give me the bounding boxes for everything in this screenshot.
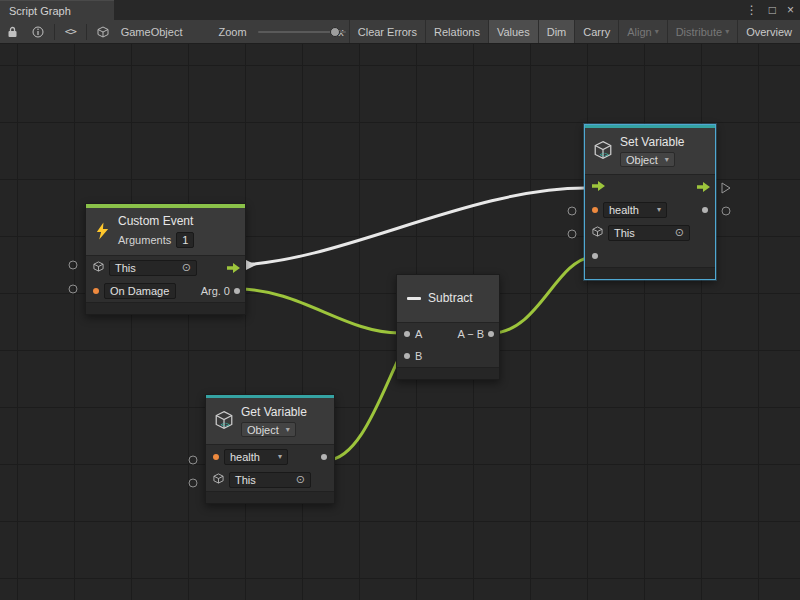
port-row-this: This ⊙: [86, 256, 245, 279]
port-row-value: [585, 244, 715, 267]
cube-icon: [213, 473, 224, 486]
cube-icon: [592, 226, 603, 239]
variable-name-dropdown[interactable]: health ▾: [603, 202, 667, 218]
scope-value: Object: [626, 154, 658, 166]
subtract-icon: [407, 297, 421, 300]
port-row-b: B: [397, 345, 499, 367]
node-title: Custom Event: [118, 214, 194, 229]
port-row-this: This ⊙: [206, 468, 334, 491]
variable-scope-dropdown[interactable]: Object ▾: [241, 422, 296, 437]
toolbar-separator: [54, 24, 55, 40]
code-icon[interactable]: <>: [58, 20, 83, 43]
zoom-label: Zoom: [213, 26, 251, 38]
this-object-field[interactable]: This ⊙: [608, 225, 690, 241]
zoom-slider[interactable]: [258, 20, 322, 44]
node-footer: [206, 491, 334, 503]
node-title: Get Variable: [241, 405, 307, 420]
values-button[interactable]: Values: [488, 20, 538, 43]
target-picker-icon[interactable]: ⊙: [296, 474, 305, 485]
arguments-label: Arguments: [118, 231, 171, 249]
node-subtract[interactable]: Subtract A A − B B: [396, 274, 500, 380]
node-footer: [86, 302, 245, 314]
carry-button[interactable]: Carry: [574, 20, 618, 43]
node-footer: [585, 267, 715, 279]
flow-output-arrow[interactable]: [697, 182, 710, 192]
input-b-port[interactable]: [404, 353, 410, 359]
input-a-port[interactable]: [404, 331, 410, 337]
chevron-down-icon: ▾: [657, 206, 661, 214]
scope-value: Object: [247, 424, 279, 436]
window-tab-bar: Script Graph ⋮ □ ×: [0, 0, 800, 20]
variable-scope-dropdown[interactable]: Object ▾: [620, 152, 675, 167]
port-row-event: On Damage Arg. 0: [86, 279, 245, 302]
variable-name-dropdown[interactable]: health ▾: [224, 449, 288, 465]
chevron-down-icon: ▾: [278, 453, 282, 461]
align-label: Align: [627, 26, 651, 38]
window-menu-icon[interactable]: ⋮: [746, 3, 758, 17]
input-b-label: B: [415, 350, 422, 362]
info-icon[interactable]: [25, 20, 51, 43]
cube-icon: [93, 261, 104, 274]
port-row-this: This ⊙: [585, 221, 715, 244]
this-value: This: [614, 227, 635, 239]
target-picker-icon[interactable]: ⊙: [182, 262, 191, 273]
event-name: On Damage: [110, 285, 169, 297]
node-get-variable[interactable]: <> Get Variable Object ▾ health ▾ This ⊙: [205, 394, 335, 504]
distribute-label: Distribute: [676, 26, 722, 38]
chevron-down-icon: ▾: [665, 156, 669, 164]
unity-script-graph-window: { "window": { "tab": "Script Graph", "me…: [0, 0, 800, 600]
node-set-variable[interactable]: <> Set Variable Object ▾ health ▾ Thi: [584, 124, 716, 280]
toolbar-separator: [86, 24, 87, 40]
chevron-down-icon: ▾: [655, 27, 659, 36]
flow-output-arrow[interactable]: [227, 263, 240, 273]
lightning-icon: [94, 221, 111, 243]
variable-name: health: [230, 451, 260, 463]
variable-cube-icon: <>: [593, 140, 613, 162]
gameobject-icon: [90, 20, 116, 43]
svg-text:<>: <>: [221, 420, 231, 429]
this-object-field[interactable]: This ⊙: [229, 472, 311, 488]
node-title: Set Variable: [620, 135, 684, 150]
event-name-field[interactable]: On Damage: [104, 283, 176, 299]
relations-button[interactable]: Relations: [425, 20, 488, 43]
clear-errors-button[interactable]: Clear Errors: [349, 20, 425, 43]
value-output-port[interactable]: [702, 207, 708, 213]
target-picker-icon[interactable]: ⊙: [675, 227, 684, 238]
arguments-field[interactable]: 1: [176, 232, 194, 248]
variable-cube-icon: <>: [214, 410, 234, 432]
chevron-down-icon: ▾: [725, 27, 729, 36]
output-label: A − B: [457, 328, 484, 340]
zoom-slider-knob[interactable]: [330, 27, 340, 37]
graph-toolbar: <> GameObject Zoom 1x Clear Errors Relat…: [0, 20, 800, 44]
port-row-a: A A − B: [397, 323, 499, 345]
node-custom-event[interactable]: Custom Event Arguments 1 This ⊙ On Damag…: [85, 203, 246, 315]
input-a-label: A: [415, 328, 422, 340]
gameobject-label: GameObject: [116, 26, 188, 38]
value-input-port[interactable]: [592, 253, 598, 259]
port-row-name: health ▾: [206, 445, 334, 468]
result-output-port[interactable]: [488, 331, 494, 337]
value-port-dot[interactable]: [592, 207, 598, 213]
value-port-dot[interactable]: [213, 454, 219, 460]
close-icon[interactable]: ×: [787, 3, 794, 17]
distribute-button: Distribute ▾: [667, 20, 737, 43]
arg0-output-port[interactable]: [234, 288, 240, 294]
this-object-field[interactable]: This ⊙: [109, 260, 197, 276]
maximize-icon[interactable]: □: [769, 3, 776, 17]
variable-name: health: [609, 204, 639, 216]
svg-text:<>: <>: [600, 150, 610, 159]
value-port-dot[interactable]: [93, 288, 99, 294]
overview-button[interactable]: Overview: [737, 20, 800, 43]
tab-script-graph[interactable]: Script Graph: [0, 0, 114, 20]
lock-icon[interactable]: [0, 20, 25, 43]
node-footer: [397, 367, 499, 379]
port-row-flow: [585, 175, 715, 198]
arg0-label: Arg. 0: [201, 285, 230, 297]
align-button: Align ▾: [618, 20, 666, 43]
value-output-port[interactable]: [321, 454, 327, 460]
this-value: This: [235, 474, 256, 486]
node-title: Subtract: [428, 291, 473, 306]
port-row-name: health ▾: [585, 198, 715, 221]
dim-button[interactable]: Dim: [538, 20, 575, 43]
flow-input-arrow[interactable]: [592, 181, 605, 193]
